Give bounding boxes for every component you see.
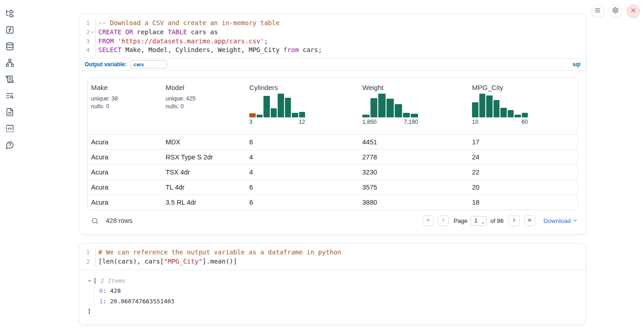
snippets-panel-button[interactable] [4, 125, 16, 134]
code-line: 2 [len(cars), cars["MPG_City"].mean()] [79, 257, 586, 266]
function-square-icon [5, 26, 14, 36]
tree-value: 20.060747663551403 [110, 298, 174, 305]
text-search-icon [5, 91, 14, 102]
table-row[interactable]: AcuraTL 4dr6357520 [88, 180, 577, 195]
file-explorer-button[interactable] [4, 10, 16, 19]
code-line: 2 CREATE OR replace TABLE cars as [79, 28, 586, 37]
notebook-menu-button[interactable] [591, 5, 604, 18]
python-code-editor[interactable]: 1 # We can reference the output variable… [79, 243, 586, 270]
close-bracket: ] [87, 307, 578, 317]
last-page-button[interactable] [524, 215, 535, 226]
hamburger-menu-icon [594, 7, 601, 16]
python-cell: 1 # We can reference the output variable… [79, 243, 586, 325]
code-line: 1 -- Download a CSV and create an in-mem… [79, 19, 586, 28]
page-total-label: of 86 [490, 217, 504, 224]
table-row[interactable]: AcuraMDX6445117 [88, 134, 577, 149]
first-page-button[interactable] [423, 215, 434, 226]
tree-entry: 0: 428 [99, 286, 578, 296]
nulls-stat: nulls: 0 [166, 103, 246, 111]
help-panel-button[interactable] [4, 142, 16, 150]
chevron-left-icon [440, 217, 446, 225]
code-line: 1 # We can reference the output variable… [79, 248, 586, 257]
folder-tree-icon [5, 9, 14, 20]
unique-stat: unique: 425 [166, 95, 246, 103]
histogram-axis-labels: 1060 [472, 119, 528, 125]
window-controls [591, 5, 640, 18]
previous-page-button[interactable] [438, 215, 449, 226]
download-label: Download [543, 217, 571, 224]
tree-value: 428 [110, 287, 120, 294]
snippets-code-icon [5, 124, 14, 135]
shutdown-button[interactable] [627, 5, 640, 18]
histogram-axis-labels: 1,8507,190 [362, 119, 418, 125]
fold-chevron-icon[interactable] [90, 30, 95, 35]
tree-entry: 1: 20.060747663551403 [99, 296, 578, 307]
nulls-stat: nulls: 0 [91, 103, 162, 111]
table-header-row: Make unique: 38nulls: 0 Model unique: 42… [88, 78, 577, 134]
sql-output: Make unique: 38nulls: 0 Model unique: 42… [79, 71, 586, 231]
open-bracket: [ [93, 276, 97, 286]
column-header-weight[interactable]: Weight 1,8507,190 [359, 78, 469, 134]
mpg-city-histogram[interactable] [472, 94, 528, 117]
row-count: 428 rows [106, 217, 133, 224]
items-count: 2 Items [101, 276, 126, 286]
logs-panel-button[interactable] [4, 92, 16, 101]
download-button[interactable]: Download [543, 217, 578, 224]
table-footer: 428 rows Page 1 of 86 Download [87, 210, 578, 231]
column-header-cylinders[interactable]: Cylinders 312 [246, 78, 359, 134]
next-page-button[interactable] [509, 215, 520, 226]
sql-cell: 1 -- Download a CSV and create an in-mem… [79, 14, 586, 235]
collapse-chevron-icon[interactable] [87, 279, 92, 283]
output-variable-input[interactable] [130, 60, 167, 69]
column-header-model[interactable]: Model unique: 425nulls: 0 [162, 78, 246, 134]
chevron-down-icon [573, 217, 578, 224]
code-line: 4 SELECT Make, Model, Cylinders, Weight,… [79, 46, 586, 55]
chevron-right-icon [511, 217, 517, 225]
weight-histogram[interactable] [362, 94, 418, 117]
help-circle-icon [5, 141, 14, 151]
language-badge: sql [573, 61, 580, 68]
variables-panel-button[interactable] [4, 26, 16, 35]
sql-code-editor[interactable]: 1 -- Download a CSV and create an in-mem… [79, 14, 586, 58]
dependencies-panel-button[interactable] [4, 59, 16, 68]
database-icon [5, 42, 14, 53]
table-row[interactable]: AcuraRSX Type S 2dr4277824 [88, 149, 577, 164]
datasources-panel-button[interactable] [4, 43, 16, 52]
scroll-text-icon [5, 75, 14, 85]
settings-button[interactable] [609, 5, 622, 18]
python-output-tree: [ 2 Items 0: 428 1: 20.060747663551403 ] [79, 270, 586, 317]
tree-children: 0: 428 1: 20.060747663551403 [94, 286, 578, 307]
sidebar [0, 10, 19, 150]
documentation-panel-button[interactable] [4, 109, 16, 117]
data-table: Make unique: 38nulls: 0 Model unique: 42… [87, 77, 578, 210]
unique-stat: unique: 38 [91, 95, 162, 103]
gear-icon [612, 7, 619, 16]
chevrons-right-icon [527, 217, 532, 225]
table-row[interactable]: AcuraTSX 4dr4323022 [88, 164, 577, 180]
cylinders-histogram[interactable] [249, 94, 305, 117]
file-text-icon [5, 108, 14, 118]
search-icon[interactable] [91, 217, 99, 225]
column-header-make[interactable]: Make unique: 38nulls: 0 [88, 78, 162, 134]
output-variable-row: Output variable: sql [79, 58, 586, 71]
table-row[interactable]: Acura3.5 RL 4dr6388018 [88, 195, 577, 210]
column-header-mpg-city[interactable]: MPG_City 1060 [469, 78, 577, 134]
code-line: 3 FROM 'https://datasets.marimo.app/cars… [79, 37, 586, 46]
dependency-graph-icon [5, 58, 14, 69]
outline-panel-button[interactable] [4, 76, 16, 85]
close-icon [630, 7, 637, 16]
output-variable-label: Output variable: [85, 61, 127, 68]
chevrons-left-icon [425, 217, 431, 225]
page-select[interactable]: 1 [471, 216, 487, 226]
page-label: Page [454, 217, 467, 224]
histogram-axis-labels: 312 [249, 119, 305, 125]
